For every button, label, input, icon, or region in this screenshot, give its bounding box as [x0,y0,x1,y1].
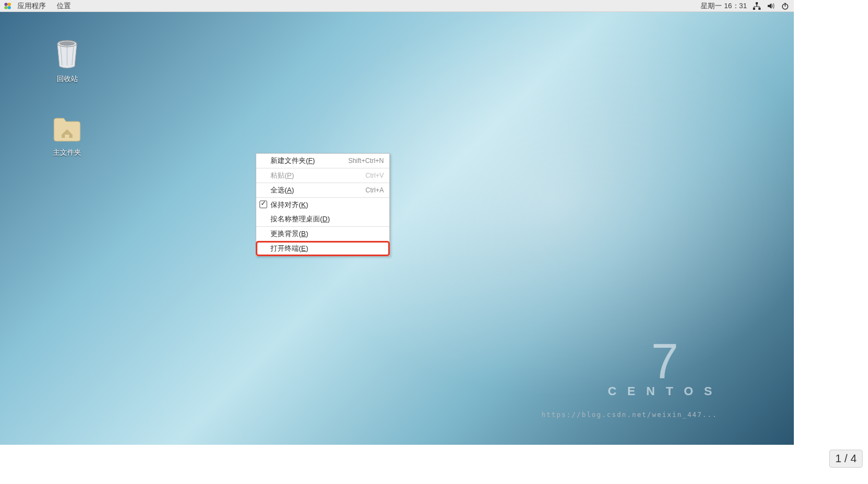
svg-point-2 [4,6,8,9]
menu-item-select-all[interactable]: 全选(A) Ctrl+A [256,183,389,197]
desktop-area[interactable]: 应用程序 位置 星期一 16：31 回收站 主文件夹 [0,0,794,445]
home-folder-desktop-icon[interactable]: 主文件夹 [43,112,92,158]
menu-places[interactable]: 位置 [51,0,76,12]
checkmark-icon [260,201,267,208]
menu-item-new-folder[interactable]: 新建文件夹(F) Shift+Ctrl+N [256,154,389,168]
menu-item-open-terminal[interactable]: 打开终端(E) [256,241,389,256]
menu-item-change-background[interactable]: 更换背景(B) [256,227,389,241]
volume-icon[interactable] [767,2,775,10]
svg-point-0 [4,3,8,6]
trash-label: 回收站 [57,74,78,84]
menu-item-paste: 粘贴(P) Ctrl+V [256,168,389,183]
watermark-text: https://blog.csdn.net/weixin_447... [541,411,718,419]
trash-desktop-icon[interactable]: 回收站 [43,38,92,84]
panel-clock[interactable]: 星期一 16：31 [701,1,747,11]
svg-point-1 [8,3,11,6]
menu-applications[interactable]: 应用程序 [12,0,51,12]
menu-item-sort-by-name[interactable]: 按名称整理桌面(D) [256,212,389,226]
svg-point-11 [59,41,75,46]
distro-logo-icon [3,2,12,10]
trash-icon [51,38,83,71]
network-icon[interactable] [752,2,761,10]
top-panel: 应用程序 位置 星期一 16：31 [0,0,794,12]
page-indicator: 1 / 4 [829,450,863,468]
centos-version: 7 [608,334,723,390]
folder-home-icon [51,112,83,144]
home-folder-label: 主文件夹 [53,148,81,158]
centos-brand: 7 CENTOS [608,334,723,398]
menu-item-keep-aligned[interactable]: 保持对齐(K) [256,198,389,212]
svg-point-3 [8,6,11,9]
centos-name: CENTOS [608,384,723,398]
svg-rect-5 [753,8,755,10]
svg-rect-4 [756,2,758,4]
power-icon[interactable] [781,2,789,10]
svg-rect-6 [758,8,761,10]
desktop-context-menu: 新建文件夹(F) Shift+Ctrl+N 粘贴(P) Ctrl+V 全选(A)… [256,153,390,256]
